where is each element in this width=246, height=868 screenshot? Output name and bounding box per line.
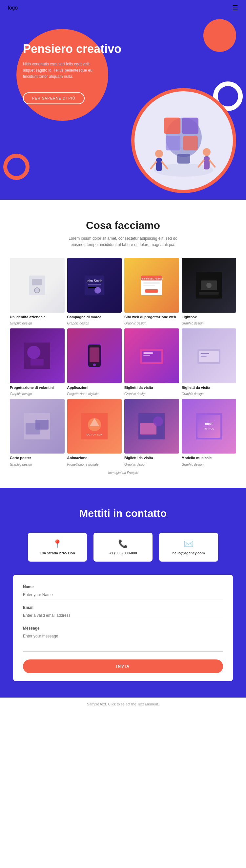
svg-point-11 (203, 148, 211, 156)
portfolio-category-9: Graphic design (10, 463, 32, 466)
name-input[interactable] (23, 590, 223, 599)
hero-section: Pensiero creativo Nitih venenatis cras s… (0, 16, 246, 200)
message-input[interactable] (23, 632, 223, 652)
hamburger-icon[interactable]: ☰ (232, 4, 238, 12)
services-section: Cosa facciamo Lorem ipsum dolor sit amet… (0, 200, 246, 488)
svg-rect-6 (183, 136, 198, 150)
svg-point-22 (95, 287, 101, 293)
portfolio-item-6[interactable]: Applicazioni Progettazione digitale (67, 329, 122, 396)
portfolio-category-1: Graphic design (10, 321, 32, 325)
services-subtitle: Lorem ipsum dolor sit amet, consectetur … (61, 236, 185, 248)
submit-button[interactable]: INVIA (23, 659, 223, 673)
svg-rect-12 (204, 156, 210, 169)
portfolio-thumb-10: OUT OF SUN (67, 399, 122, 454)
portfolio-item-3[interactable]: Get Free SEO Analysis Sito web di proget… (124, 258, 179, 326)
svg-rect-37 (90, 347, 99, 362)
location-icon: 📍 (33, 539, 82, 549)
portfolio-category-10: Progettazione digitale (67, 463, 99, 466)
portfolio-title-9: Carte poster (10, 456, 65, 460)
email-form-group: Email (23, 605, 223, 620)
contact-card-address: 📍 104 Strada 2765 Don (28, 533, 87, 562)
svg-point-7 (155, 150, 163, 158)
portfolio-grid: Un'identità aziendale Graphic design joh… (10, 258, 236, 467)
portfolio-category-8: Graphic design (182, 392, 204, 396)
svg-rect-28 (145, 289, 158, 292)
svg-point-31 (206, 283, 212, 288)
svg-text:FOR YOU: FOR YOU (204, 428, 214, 430)
portfolio-item-11[interactable]: Biglietti da visita Graphic design (124, 399, 179, 467)
portfolio-title-5: Progettazione di volantini (10, 385, 65, 390)
portfolio-category-5: Graphic design (10, 392, 32, 396)
contact-card-email: ✉️ hello@agency.com (159, 533, 218, 562)
portfolio-category-6: Progettazione digitale (67, 392, 99, 396)
contact-cards: 📍 104 Strada 2765 Don 📞 +1 (555) 000-000… (13, 533, 233, 562)
svg-rect-58 (198, 415, 220, 438)
svg-text:john Smith: john Smith (86, 279, 102, 283)
footer-note: Sample text. Click to select the Text El… (87, 702, 159, 706)
svg-point-38 (93, 364, 96, 366)
svg-line-9 (151, 162, 156, 168)
portfolio-item-5[interactable]: Progettazione di volantini Graphic desig… (10, 329, 65, 396)
svg-rect-20 (88, 284, 101, 285)
portfolio-title-3: Sito web di progettazione web (124, 315, 179, 319)
portfolio-thumb-11 (124, 399, 179, 454)
portfolio-category-7: Graphic design (124, 392, 146, 396)
contact-phone: +1 (555) 000-000 (99, 551, 147, 555)
svg-text:OUT OF SUN: OUT OF SUN (86, 433, 102, 436)
contact-email: hello@agency.com (164, 551, 213, 555)
message-form-group: Message (23, 626, 223, 653)
portfolio-item-9[interactable]: Carte poster Graphic design (10, 399, 65, 467)
svg-rect-42 (143, 355, 150, 356)
portfolio-thumb-7 (124, 329, 179, 383)
portfolio-title-4: Lightbox (182, 315, 237, 319)
hero-freepik-link[interactable]: Immagine da Freepik (23, 83, 230, 86)
portfolio-title-7: Biglietti da visita (124, 385, 179, 390)
svg-point-34 (27, 346, 40, 359)
svg-rect-49 (35, 420, 48, 430)
portfolio-thumb-8 (182, 329, 237, 383)
message-label: Message (23, 626, 223, 630)
portfolio-title-8: Biglietti da visita (182, 385, 237, 390)
portfolio-item-2[interactable]: john Smith Campagna di marca Graphic des… (67, 258, 122, 326)
contact-form: Name Email Message INVIA (13, 575, 233, 681)
svg-point-56 (153, 416, 163, 426)
svg-text:BEST: BEST (205, 422, 213, 425)
portfolio-item-8[interactable]: Biglietti da visita Graphic design (182, 329, 237, 396)
svg-point-17 (34, 288, 40, 293)
portfolio-item-12[interactable]: BEST FOR YOU Modello musicale Graphic de… (182, 399, 237, 467)
svg-line-14 (210, 160, 215, 167)
contact-card-phone: 📞 +1 (555) 000-000 (94, 533, 152, 562)
svg-rect-41 (143, 352, 153, 354)
hero-title: Pensiero creativo (23, 42, 230, 56)
svg-rect-26 (143, 282, 160, 284)
portfolio-category-2: Graphic design (67, 321, 89, 325)
svg-rect-16 (32, 279, 42, 285)
services-title: Cosa facciamo (10, 219, 236, 231)
portfolio-thumb-9 (10, 399, 65, 454)
hero-content: Pensiero creativo Nitih venenatis cras s… (0, 16, 246, 114)
portfolio-item-1[interactable]: Un'identità aziendale Graphic design (10, 258, 65, 326)
svg-rect-32 (199, 292, 219, 294)
portfolio-item-7[interactable]: Biglietti da visita Graphic design (124, 329, 179, 396)
hero-description: Nitih venenatis cras sed felis eget veli… (23, 61, 102, 80)
portfolio-thumb-1 (10, 258, 65, 313)
portfolio-category-12: Graphic design (182, 463, 204, 466)
svg-text:Get Free SEO Analysis: Get Free SEO Analysis (140, 278, 163, 280)
email-input[interactable] (23, 611, 223, 620)
name-form-group: Name (23, 585, 223, 599)
svg-rect-45 (201, 353, 209, 354)
portfolio-item-10[interactable]: OUT OF SUN Animazione Progettazione digi… (67, 399, 122, 467)
portfolio-item-4[interactable]: Lightbox Graphic design (182, 258, 237, 326)
email-icon: ✉️ (164, 539, 213, 549)
portfolio-thumb-6 (67, 329, 122, 383)
contact-section: Mettiti in contatto 📍 104 Strada 2765 Do… (0, 488, 246, 698)
svg-rect-5 (166, 136, 180, 150)
portfolio-title-2: Campagna di marca (67, 315, 122, 319)
logo: logo (8, 5, 18, 11)
email-label: Email (23, 605, 223, 610)
hero-cta-button[interactable]: PER SAPERNE DI PIÙ (23, 92, 84, 104)
svg-rect-46 (201, 356, 207, 356)
svg-rect-27 (143, 285, 155, 286)
portfolio-category-3: Graphic design (124, 321, 146, 325)
svg-rect-35 (31, 359, 44, 366)
